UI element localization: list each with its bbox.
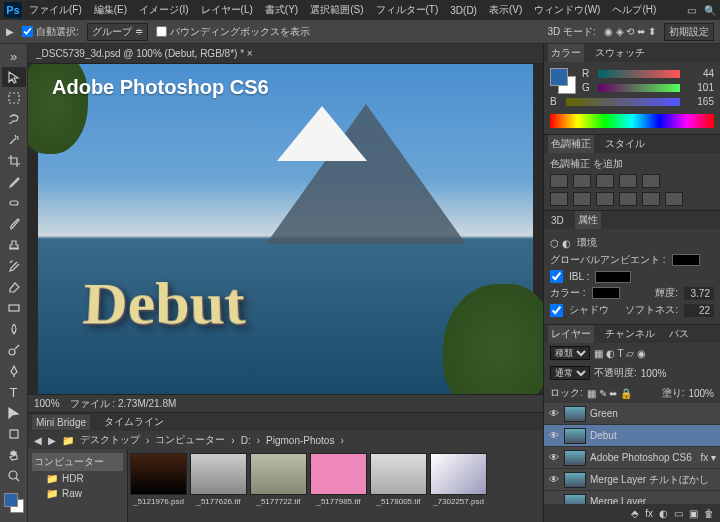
color-swatch[interactable] [550, 68, 576, 94]
adj-icon[interactable] [573, 174, 591, 188]
tab-minibridge[interactable]: Mini Bridge [32, 415, 90, 430]
softness-value[interactable]: 22 [684, 304, 714, 317]
auto-select-check[interactable]: 自動選択: [22, 25, 79, 39]
blur-tool[interactable] [2, 319, 26, 339]
tab-swatches[interactable]: スウォッチ [592, 44, 648, 62]
ibl-color-swatch[interactable] [592, 287, 620, 299]
thumb[interactable]: _5177722.tif [250, 453, 307, 506]
adj-icon[interactable] [642, 174, 660, 188]
thumb[interactable]: _5177626.tif [190, 453, 247, 506]
b-value[interactable]: 165 [686, 96, 714, 107]
adj-icon[interactable] [665, 192, 683, 206]
adj-icon[interactable] [619, 192, 637, 206]
thumb[interactable]: _5177985.tif [310, 453, 367, 506]
marquee-tool[interactable] [2, 88, 26, 108]
path-tool[interactable] [2, 403, 26, 423]
r-value[interactable]: 44 [686, 68, 714, 79]
hand-tool[interactable] [2, 445, 26, 465]
tree-item[interactable]: 📁 HDR [32, 471, 123, 486]
bounding-box-check[interactable]: バウンディングボックスを表示 [156, 25, 310, 39]
wand-tool[interactable] [2, 130, 26, 150]
menu-edit[interactable]: 編集(E) [89, 1, 132, 19]
tab-paths[interactable]: パス [666, 325, 692, 343]
filter-icons[interactable]: ▦ ◐ T ▱ ◉ [594, 348, 646, 359]
crumb[interactable]: D: [241, 435, 251, 446]
crop-tool[interactable] [2, 151, 26, 171]
g-slider[interactable] [598, 84, 680, 92]
fx-icon[interactable]: fx [645, 508, 653, 519]
nav-back-icon[interactable]: ◀ [34, 435, 42, 446]
g-value[interactable]: 101 [686, 82, 714, 93]
b-slider[interactable] [566, 98, 680, 106]
tab-adjustments[interactable]: 色調補正 [548, 135, 594, 153]
document-tab[interactable]: _DSC5739_3d.psd @ 100% (Debut, RGB/8*) *… [28, 44, 543, 64]
cloud-icon[interactable]: ▭ [687, 5, 696, 16]
lasso-tool[interactable] [2, 109, 26, 129]
adj-icon[interactable] [596, 174, 614, 188]
tab-timeline[interactable]: タイムライン [100, 413, 168, 431]
menu-view[interactable]: 表示(V) [484, 1, 527, 19]
blend-mode[interactable]: 通常 [550, 366, 590, 380]
group-icon[interactable]: ▭ [674, 508, 683, 519]
history-brush-tool[interactable] [2, 256, 26, 276]
crumb[interactable]: コンピューター [155, 433, 225, 447]
layer-filter-kind[interactable]: 種類 [550, 346, 590, 360]
mode-3d-icons[interactable]: ◉ ◈ ⟲ ⬌ ⬍ [604, 26, 656, 37]
tab-3d[interactable]: 3D [548, 213, 567, 228]
search-icon[interactable]: 🔍 [704, 5, 716, 16]
fg-bg-swatch[interactable] [4, 493, 24, 513]
trash-icon[interactable]: 🗑 [704, 508, 714, 519]
menu-3d[interactable]: 3D(D) [445, 3, 482, 18]
eyedropper-tool[interactable] [2, 172, 26, 192]
adj-icon[interactable] [550, 192, 568, 206]
thumb[interactable]: _7302257.psd [430, 453, 487, 506]
ibl-swatch[interactable] [595, 271, 631, 283]
auto-select-mode[interactable]: グループ ≑ [87, 23, 148, 41]
adj-icon[interactable] [573, 192, 591, 206]
zoom-level[interactable]: 100% [34, 398, 60, 409]
fill-value[interactable]: 100% [688, 388, 714, 399]
type-tool[interactable]: T [2, 382, 26, 402]
layer-row[interactable]: 👁Green [544, 403, 720, 425]
visibility-icon[interactable]: 👁 [548, 408, 560, 419]
intensity-value[interactable]: 3.72 [684, 287, 714, 300]
r-slider[interactable] [598, 70, 680, 78]
menu-type[interactable]: 書式(Y) [260, 1, 303, 19]
layer-row[interactable]: 👁Debut [544, 425, 720, 447]
menu-help[interactable]: ヘルプ(H) [607, 1, 661, 19]
menu-select[interactable]: 選択範囲(S) [305, 1, 368, 19]
shadow-check[interactable] [550, 304, 563, 317]
layer-row[interactable]: 👁Merge Layer チルトぼかし [544, 469, 720, 491]
shape-tool[interactable] [2, 424, 26, 444]
pen-tool[interactable] [2, 361, 26, 381]
opacity-value[interactable]: 100% [641, 368, 667, 379]
tab-channels[interactable]: チャンネル [602, 325, 658, 343]
collapse-icon[interactable]: » [2, 46, 26, 66]
move-tool[interactable] [2, 67, 26, 87]
dodge-tool[interactable] [2, 340, 26, 360]
canvas-area[interactable]: Adobe Photoshop CS6 Debut [28, 64, 543, 394]
workspace-preset[interactable]: 初期設定 [664, 23, 714, 41]
tab-color[interactable]: カラー [548, 44, 584, 62]
layer-row[interactable]: Merge Layer [544, 491, 720, 504]
lock-icons[interactable]: ▦ ✎ ⬌ 🔒 [587, 388, 632, 399]
menu-file[interactable]: ファイル(F) [24, 1, 87, 19]
heal-tool[interactable] [2, 193, 26, 213]
ambient-swatch[interactable] [672, 254, 700, 266]
crumb[interactable]: Pigmon-Photos [266, 435, 334, 446]
move-tool-icon[interactable]: ▶ [6, 26, 14, 37]
tab-properties[interactable]: 属性 [575, 211, 601, 229]
thumb[interactable]: _5178005.tif [370, 453, 427, 506]
mask-icon[interactable]: ◐ [659, 508, 668, 519]
document-canvas[interactable]: Adobe Photoshop CS6 Debut [38, 64, 533, 394]
nav-fwd-icon[interactable]: ▶ [48, 435, 56, 446]
tab-layers[interactable]: レイヤー [548, 325, 594, 343]
layer-row[interactable]: 👁Adobe Photoshop CS6fx ▾ [544, 447, 720, 469]
tree-item[interactable]: 📁 Raw [32, 486, 123, 501]
visibility-icon[interactable]: 👁 [548, 474, 560, 485]
adj-icon[interactable] [619, 174, 637, 188]
adj-icon[interactable] [642, 192, 660, 206]
visibility-icon[interactable]: 👁 [548, 430, 560, 441]
fx-badge[interactable]: fx ▾ [700, 452, 716, 463]
menu-layer[interactable]: レイヤー(L) [196, 1, 258, 19]
